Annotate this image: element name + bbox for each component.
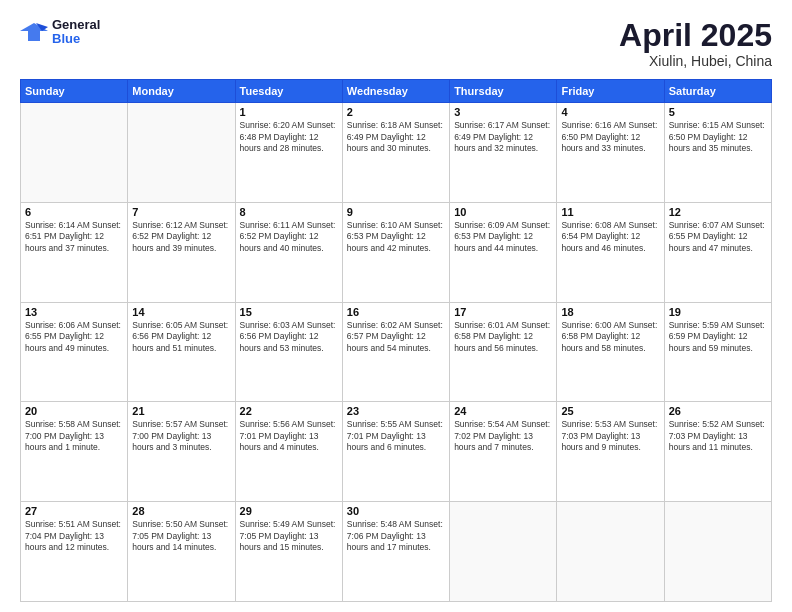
calendar-cell: 4Sunrise: 6:16 AM Sunset: 6:50 PM Daylig…	[557, 103, 664, 203]
calendar-cell: 30Sunrise: 5:48 AM Sunset: 7:06 PM Dayli…	[342, 502, 449, 602]
calendar-cell: 19Sunrise: 5:59 AM Sunset: 6:59 PM Dayli…	[664, 302, 771, 402]
header-monday: Monday	[128, 80, 235, 103]
day-number: 20	[25, 405, 123, 417]
calendar-cell	[557, 502, 664, 602]
day-number: 13	[25, 306, 123, 318]
day-info: Sunrise: 5:55 AM Sunset: 7:01 PM Dayligh…	[347, 419, 445, 453]
day-info: Sunrise: 6:15 AM Sunset: 6:50 PM Dayligh…	[669, 120, 767, 154]
day-number: 14	[132, 306, 230, 318]
day-info: Sunrise: 6:11 AM Sunset: 6:52 PM Dayligh…	[240, 220, 338, 254]
week-row-1: 1Sunrise: 6:20 AM Sunset: 6:48 PM Daylig…	[21, 103, 772, 203]
header-thursday: Thursday	[450, 80, 557, 103]
day-info: Sunrise: 5:54 AM Sunset: 7:02 PM Dayligh…	[454, 419, 552, 453]
day-info: Sunrise: 6:07 AM Sunset: 6:55 PM Dayligh…	[669, 220, 767, 254]
calendar-cell: 15Sunrise: 6:03 AM Sunset: 6:56 PM Dayli…	[235, 302, 342, 402]
day-info: Sunrise: 6:17 AM Sunset: 6:49 PM Dayligh…	[454, 120, 552, 154]
week-row-2: 6Sunrise: 6:14 AM Sunset: 6:51 PM Daylig…	[21, 202, 772, 302]
header-saturday: Saturday	[664, 80, 771, 103]
week-row-5: 27Sunrise: 5:51 AM Sunset: 7:04 PM Dayli…	[21, 502, 772, 602]
logo-blue: Blue	[52, 32, 100, 46]
day-info: Sunrise: 6:08 AM Sunset: 6:54 PM Dayligh…	[561, 220, 659, 254]
day-number: 5	[669, 106, 767, 118]
calendar-cell: 12Sunrise: 6:07 AM Sunset: 6:55 PM Dayli…	[664, 202, 771, 302]
calendar-cell: 29Sunrise: 5:49 AM Sunset: 7:05 PM Dayli…	[235, 502, 342, 602]
header-wednesday: Wednesday	[342, 80, 449, 103]
calendar-cell	[450, 502, 557, 602]
calendar-cell: 6Sunrise: 6:14 AM Sunset: 6:51 PM Daylig…	[21, 202, 128, 302]
day-number: 3	[454, 106, 552, 118]
day-number: 18	[561, 306, 659, 318]
calendar-cell: 13Sunrise: 6:06 AM Sunset: 6:55 PM Dayli…	[21, 302, 128, 402]
day-info: Sunrise: 5:49 AM Sunset: 7:05 PM Dayligh…	[240, 519, 338, 553]
calendar-cell: 18Sunrise: 6:00 AM Sunset: 6:58 PM Dayli…	[557, 302, 664, 402]
day-info: Sunrise: 5:51 AM Sunset: 7:04 PM Dayligh…	[25, 519, 123, 553]
day-info: Sunrise: 5:57 AM Sunset: 7:00 PM Dayligh…	[132, 419, 230, 453]
day-info: Sunrise: 6:16 AM Sunset: 6:50 PM Dayligh…	[561, 120, 659, 154]
day-number: 26	[669, 405, 767, 417]
calendar-cell: 7Sunrise: 6:12 AM Sunset: 6:52 PM Daylig…	[128, 202, 235, 302]
day-number: 11	[561, 206, 659, 218]
day-number: 16	[347, 306, 445, 318]
calendar-cell: 11Sunrise: 6:08 AM Sunset: 6:54 PM Dayli…	[557, 202, 664, 302]
day-number: 6	[25, 206, 123, 218]
day-number: 4	[561, 106, 659, 118]
calendar-cell: 10Sunrise: 6:09 AM Sunset: 6:53 PM Dayli…	[450, 202, 557, 302]
day-number: 9	[347, 206, 445, 218]
day-info: Sunrise: 5:58 AM Sunset: 7:00 PM Dayligh…	[25, 419, 123, 453]
calendar-cell: 26Sunrise: 5:52 AM Sunset: 7:03 PM Dayli…	[664, 402, 771, 502]
day-info: Sunrise: 5:56 AM Sunset: 7:01 PM Dayligh…	[240, 419, 338, 453]
day-info: Sunrise: 6:10 AM Sunset: 6:53 PM Dayligh…	[347, 220, 445, 254]
header-friday: Friday	[557, 80, 664, 103]
day-info: Sunrise: 6:14 AM Sunset: 6:51 PM Dayligh…	[25, 220, 123, 254]
calendar-cell: 23Sunrise: 5:55 AM Sunset: 7:01 PM Dayli…	[342, 402, 449, 502]
calendar-table: Sunday Monday Tuesday Wednesday Thursday…	[20, 79, 772, 602]
day-info: Sunrise: 5:50 AM Sunset: 7:05 PM Dayligh…	[132, 519, 230, 553]
calendar-title: April 2025	[619, 18, 772, 53]
logo-general: General	[52, 18, 100, 32]
day-number: 17	[454, 306, 552, 318]
day-number: 15	[240, 306, 338, 318]
calendar-cell: 1Sunrise: 6:20 AM Sunset: 6:48 PM Daylig…	[235, 103, 342, 203]
day-info: Sunrise: 5:53 AM Sunset: 7:03 PM Dayligh…	[561, 419, 659, 453]
day-info: Sunrise: 6:20 AM Sunset: 6:48 PM Dayligh…	[240, 120, 338, 154]
day-info: Sunrise: 6:00 AM Sunset: 6:58 PM Dayligh…	[561, 320, 659, 354]
calendar-cell: 22Sunrise: 5:56 AM Sunset: 7:01 PM Dayli…	[235, 402, 342, 502]
calendar-cell: 21Sunrise: 5:57 AM Sunset: 7:00 PM Dayli…	[128, 402, 235, 502]
header-sunday: Sunday	[21, 80, 128, 103]
logo: General Blue	[20, 18, 100, 47]
calendar-cell: 17Sunrise: 6:01 AM Sunset: 6:58 PM Dayli…	[450, 302, 557, 402]
day-number: 19	[669, 306, 767, 318]
calendar-cell: 16Sunrise: 6:02 AM Sunset: 6:57 PM Dayli…	[342, 302, 449, 402]
day-number: 27	[25, 505, 123, 517]
calendar-cell: 3Sunrise: 6:17 AM Sunset: 6:49 PM Daylig…	[450, 103, 557, 203]
calendar-cell: 28Sunrise: 5:50 AM Sunset: 7:05 PM Dayli…	[128, 502, 235, 602]
day-info: Sunrise: 6:09 AM Sunset: 6:53 PM Dayligh…	[454, 220, 552, 254]
calendar-cell: 20Sunrise: 5:58 AM Sunset: 7:00 PM Dayli…	[21, 402, 128, 502]
day-number: 10	[454, 206, 552, 218]
logo-text: General Blue	[52, 18, 100, 47]
day-number: 7	[132, 206, 230, 218]
calendar-cell: 14Sunrise: 6:05 AM Sunset: 6:56 PM Dayli…	[128, 302, 235, 402]
calendar-location: Xiulin, Hubei, China	[619, 53, 772, 69]
day-info: Sunrise: 6:02 AM Sunset: 6:57 PM Dayligh…	[347, 320, 445, 354]
day-info: Sunrise: 5:59 AM Sunset: 6:59 PM Dayligh…	[669, 320, 767, 354]
day-info: Sunrise: 6:12 AM Sunset: 6:52 PM Dayligh…	[132, 220, 230, 254]
day-info: Sunrise: 5:52 AM Sunset: 7:03 PM Dayligh…	[669, 419, 767, 453]
calendar-cell: 2Sunrise: 6:18 AM Sunset: 6:49 PM Daylig…	[342, 103, 449, 203]
calendar-cell: 25Sunrise: 5:53 AM Sunset: 7:03 PM Dayli…	[557, 402, 664, 502]
week-row-4: 20Sunrise: 5:58 AM Sunset: 7:00 PM Dayli…	[21, 402, 772, 502]
day-number: 29	[240, 505, 338, 517]
header-tuesday: Tuesday	[235, 80, 342, 103]
day-info: Sunrise: 6:18 AM Sunset: 6:49 PM Dayligh…	[347, 120, 445, 154]
day-number: 28	[132, 505, 230, 517]
weekday-header-row: Sunday Monday Tuesday Wednesday Thursday…	[21, 80, 772, 103]
header: General Blue April 2025 Xiulin, Hubei, C…	[20, 18, 772, 69]
day-number: 12	[669, 206, 767, 218]
logo-icon	[20, 21, 48, 43]
day-number: 22	[240, 405, 338, 417]
day-number: 2	[347, 106, 445, 118]
day-number: 8	[240, 206, 338, 218]
calendar-cell: 5Sunrise: 6:15 AM Sunset: 6:50 PM Daylig…	[664, 103, 771, 203]
day-number: 1	[240, 106, 338, 118]
page: General Blue April 2025 Xiulin, Hubei, C…	[0, 0, 792, 612]
